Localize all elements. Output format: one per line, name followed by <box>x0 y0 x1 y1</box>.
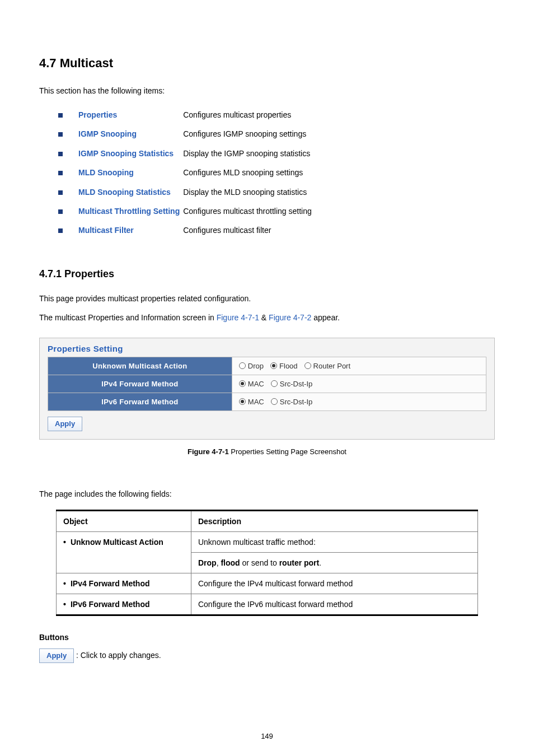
figure-id: Figure 4-7-1 <box>188 447 229 456</box>
form-row-label: Unknown Multicast Action <box>48 357 232 375</box>
figure-ref-1[interactable]: Figure 4-7-1 <box>217 313 259 322</box>
section-intro: This section has the following items: <box>39 86 495 95</box>
subsection-p2: The multicast Properties and Information… <box>39 310 495 325</box>
desc-val-0b: Drop, flood or send to router port. <box>191 552 477 573</box>
buttons-heading: Buttons <box>39 633 495 642</box>
list-item-description: Configures multicast throttling setting <box>183 202 315 221</box>
square-bullet-icon <box>58 144 78 163</box>
desc-val-2: Configure the IPv6 multicast forward met… <box>191 594 477 615</box>
radio-label[interactable]: Router Port <box>313 362 350 370</box>
desc-val-0b-p5: . <box>319 558 321 567</box>
items-list: PropertiesConfigures multicast propertie… <box>58 105 315 240</box>
list-item-description: Configures multicast properties <box>183 105 315 124</box>
square-bullet-icon <box>58 124 78 143</box>
properties-setting-panel: Properties Setting Unknown Multicast Act… <box>39 338 495 440</box>
desc-obj-2: IPv6 Forward Method <box>57 594 191 615</box>
square-icon <box>58 152 63 156</box>
form-row-value: DropFloodRouter Port <box>232 357 486 375</box>
square-icon <box>58 132 63 137</box>
description-table: Object Description Unknow Multicast Acti… <box>56 510 478 616</box>
square-icon <box>58 228 63 233</box>
square-icon <box>58 209 63 214</box>
list-item-label[interactable]: Multicast Throttling Setting <box>78 202 183 221</box>
apply-tail-text: : Click to apply changes. <box>76 651 161 660</box>
square-icon <box>58 113 63 118</box>
list-item-label[interactable]: IGMP Snooping Statistics <box>78 144 183 163</box>
form-row-label: IPv6 Forward Method <box>48 393 232 410</box>
radio-icon[interactable] <box>271 380 278 387</box>
list-item: IGMP Snooping StatisticsDisplay the IGMP… <box>58 144 315 163</box>
list-item-label[interactable]: Properties <box>78 105 183 124</box>
page-number: 149 <box>0 732 534 740</box>
properties-form-table: Unknown Multicast ActionDropFloodRouter … <box>48 357 486 411</box>
radio-icon[interactable] <box>239 380 246 387</box>
apply-button-inline[interactable]: Apply <box>39 648 74 663</box>
form-row-label: IPv4 Forward Method <box>48 375 232 393</box>
radio-label[interactable]: Flood <box>279 362 298 370</box>
list-item-label[interactable]: IGMP Snooping <box>78 124 183 143</box>
form-row: Unknown Multicast ActionDropFloodRouter … <box>48 357 486 375</box>
radio-icon[interactable] <box>270 362 277 369</box>
radio-icon[interactable] <box>239 362 246 369</box>
subsection-title: 4.7.1 Properties <box>39 268 495 280</box>
figure-ref-2[interactable]: Figure 4-7-2 <box>269 313 311 322</box>
desc-obj-0: Unknow Multicast Action <box>57 531 191 573</box>
desc-val-0a: Unknown multicast traffic method: <box>191 531 477 552</box>
desc-header-object: Object <box>57 510 191 531</box>
buttons-line: Apply : Click to apply changes. <box>39 648 495 663</box>
desc-val-0b-p4: router port <box>279 558 320 567</box>
desc-obj-0-label: Unknow Multicast Action <box>63 538 163 547</box>
list-item: MLD Snooping StatisticsDisplay the MLD s… <box>58 183 315 202</box>
square-bullet-icon <box>58 163 78 182</box>
form-row: IPv4 Forward MethodMACSrc-Dst-Ip <box>48 375 486 393</box>
square-icon <box>58 190 63 195</box>
list-item-label[interactable]: MLD Snooping Statistics <box>78 183 183 202</box>
radio-icon[interactable] <box>271 398 278 405</box>
radio-label[interactable]: Drop <box>248 362 264 370</box>
radio-icon[interactable] <box>239 398 246 405</box>
list-item: PropertiesConfigures multicast propertie… <box>58 105 315 124</box>
desc-obj-1: IPv4 Forward Method <box>57 573 191 594</box>
radio-label[interactable]: MAC <box>248 380 264 388</box>
list-item-description: Display the MLD snooping statistics <box>183 183 315 202</box>
radio-label[interactable]: Src-Dst-Ip <box>280 398 313 406</box>
desc-val-0b-p0: Drop <box>198 558 217 567</box>
form-row: IPv6 Forward MethodMACSrc-Dst-Ip <box>48 393 486 410</box>
square-bullet-icon <box>58 183 78 202</box>
form-row-value: MACSrc-Dst-Ip <box>232 393 486 410</box>
subsection-p1: This page provides multicast properties … <box>39 291 495 306</box>
p2-prefix: The multicast Properties and Information… <box>39 313 217 322</box>
list-item-description: Configures MLD snooping settings <box>183 163 315 182</box>
p2-suffix: appear. <box>313 313 340 322</box>
desc-val-1: Configure the IPv4 multicast forward met… <box>191 573 477 594</box>
desc-obj-2-label: IPv6 Forward Method <box>63 600 149 609</box>
square-bullet-icon <box>58 221 78 240</box>
list-item: IGMP SnoopingConfigures IGMP snooping se… <box>58 124 315 143</box>
radio-label[interactable]: MAC <box>248 398 264 406</box>
fields-intro: The page includes the following fields: <box>39 489 495 498</box>
desc-obj-1-label: IPv4 Forward Method <box>63 579 149 588</box>
apply-button[interactable]: Apply <box>48 417 82 431</box>
p2-amp: & <box>261 313 269 322</box>
radio-label[interactable]: Src-Dst-Ip <box>280 380 313 388</box>
figure-text: Properties Setting Page Screenshot <box>229 447 346 456</box>
list-item-label[interactable]: MLD Snooping <box>78 163 183 182</box>
panel-title: Properties Setting <box>40 338 494 357</box>
list-item: Multicast Throttling SettingConfigures m… <box>58 202 315 221</box>
list-item-label[interactable]: Multicast Filter <box>78 221 183 240</box>
form-row-value: MACSrc-Dst-Ip <box>232 375 486 393</box>
radio-icon[interactable] <box>305 362 311 369</box>
desc-val-0b-p3: or send to <box>240 558 279 567</box>
square-icon <box>58 171 63 175</box>
list-item-description: Configures IGMP snooping settings <box>183 124 315 143</box>
desc-val-0b-p2: flood <box>221 558 240 567</box>
square-bullet-icon <box>58 105 78 124</box>
square-bullet-icon <box>58 202 78 221</box>
list-item-description: Configures multicast filter <box>183 221 315 240</box>
figure-caption: Figure 4-7-1 Properties Setting Page Scr… <box>39 447 495 456</box>
list-item: MLD SnoopingConfigures MLD snooping sett… <box>58 163 315 182</box>
list-item: Multicast FilterConfigures multicast fil… <box>58 221 315 240</box>
desc-header-description: Description <box>191 510 477 531</box>
list-item-description: Display the IGMP snooping statistics <box>183 144 315 163</box>
section-title: 4.7 Multicast <box>39 56 495 71</box>
